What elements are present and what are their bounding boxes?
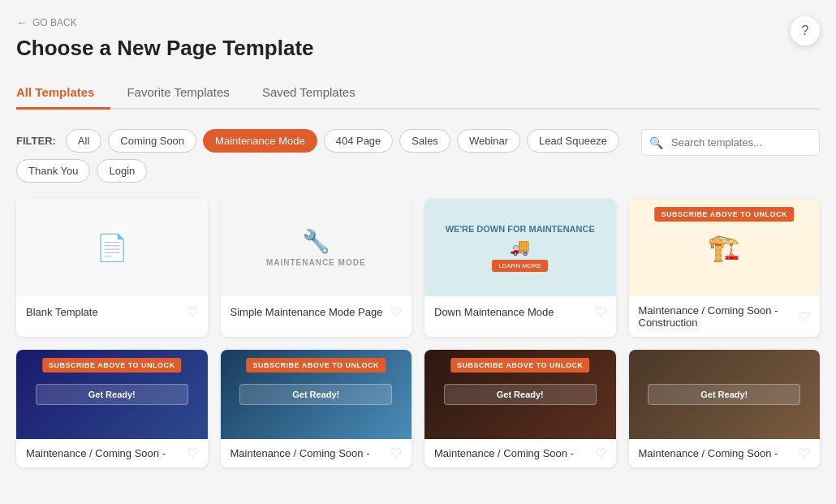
filter-sales[interactable]: Sales bbox=[399, 129, 450, 153]
maintenance-icon-area: 🔧 Maintenance Mode bbox=[266, 228, 366, 267]
heart-icon-blue[interactable]: ♡ bbox=[187, 446, 198, 461]
page-title: Choose a New Page Template bbox=[16, 36, 820, 61]
filter-label: FILTER: bbox=[16, 135, 56, 147]
filter-404-page[interactable]: 404 Page bbox=[324, 129, 394, 153]
search-input[interactable] bbox=[641, 129, 820, 156]
card-title-simple-maintenance: Simple Maintenance Mode Page bbox=[231, 306, 383, 318]
help-button[interactable]: ? bbox=[791, 16, 820, 45]
template-thumb-blue: SUBSCRIBE ABOVE TO UNLOCK Get Ready! bbox=[16, 350, 208, 439]
template-thumb-blank: 📄 bbox=[16, 199, 208, 296]
tab-all-templates[interactable]: All Templates bbox=[16, 77, 110, 110]
search-box-wrapper: 🔍 bbox=[641, 129, 820, 156]
down-maintenance-text: WE'RE DOWN FOR MAINTENANCE bbox=[437, 224, 603, 234]
construction-crane-icon: 🏗️ bbox=[708, 232, 740, 263]
filter-all[interactable]: All bbox=[66, 129, 101, 153]
heart-icon-simple-maintenance[interactable]: ♡ bbox=[390, 304, 402, 320]
get-ready-box-dark: Get Ready! bbox=[444, 384, 597, 405]
get-ready-text-sky: Get Ready! bbox=[248, 390, 383, 399]
card-title-wood: Maintenance / Coming Soon - bbox=[639, 447, 778, 459]
truck-emoji: 🚚 bbox=[510, 237, 530, 256]
tab-favorite-templates[interactable]: Favorite Templates bbox=[127, 77, 245, 110]
subscribe-badge-sky: SUBSCRIBE ABOVE TO UNLOCK bbox=[246, 358, 386, 373]
card-bottom-blank: Blank Template ♡ bbox=[16, 296, 208, 328]
get-ready-box-blue: Get Ready! bbox=[36, 384, 188, 405]
template-card-down-maintenance[interactable]: WE'RE DOWN FOR MAINTENANCE 🚚 LEARN MORE … bbox=[424, 199, 616, 337]
template-grid-row1: 📄 Blank Template ♡ 🔧 Maintenance Mode Si… bbox=[16, 199, 820, 337]
get-ready-text-dark: Get Ready! bbox=[453, 390, 588, 399]
template-thumb-sky: SUBSCRIBE ABOVE TO UNLOCK Get Ready! bbox=[221, 350, 412, 439]
card-title-dark: Maintenance / Coming Soon - bbox=[434, 447, 574, 459]
heart-icon-sky[interactable]: ♡ bbox=[390, 446, 402, 461]
card-title-blank: Blank Template bbox=[26, 306, 98, 318]
template-card-sky[interactable]: SUBSCRIBE ABOVE TO UNLOCK Get Ready! Mai… bbox=[221, 350, 412, 467]
wrench-icon: 🔧 bbox=[302, 228, 330, 255]
tabs-bar: All Templates Favorite Templates Saved T… bbox=[16, 77, 820, 110]
subscribe-badge-blue: SUBSCRIBE ABOVE TO UNLOCK bbox=[42, 358, 182, 373]
get-ready-text-blue: Get Ready! bbox=[45, 390, 179, 399]
card-bottom-dark: Maintenance / Coming Soon - ♡ bbox=[424, 439, 616, 467]
filter-coming-soon[interactable]: Coming Soon bbox=[108, 129, 196, 153]
template-thumb-down-maintenance: WE'RE DOWN FOR MAINTENANCE 🚚 LEARN MORE bbox=[424, 199, 616, 296]
heart-icon-wood[interactable]: ♡ bbox=[799, 446, 810, 461]
card-title-sky: Maintenance / Coming Soon - bbox=[231, 447, 370, 459]
maintenance-text-sm: Maintenance Mode bbox=[266, 258, 366, 267]
search-icon: 🔍 bbox=[649, 136, 663, 149]
subscribe-badge-construction: SUBSCRIBE ABOVE TO UNLOCK bbox=[654, 207, 794, 222]
learn-more-btn-thumb: LEARN MORE bbox=[492, 260, 548, 272]
card-bottom-sky: Maintenance / Coming Soon - ♡ bbox=[221, 439, 412, 467]
arrow-left-icon: ← bbox=[16, 16, 28, 29]
template-card-blue[interactable]: SUBSCRIBE ABOVE TO UNLOCK Get Ready! Mai… bbox=[16, 350, 208, 467]
go-back-label: GO BACK bbox=[32, 17, 77, 28]
filter-lead-squeeze[interactable]: Lead Squeeze bbox=[527, 129, 619, 153]
get-ready-box-sky: Get Ready! bbox=[239, 384, 392, 405]
template-card-simple-maintenance[interactable]: 🔧 Maintenance Mode Simple Maintenance Mo… bbox=[221, 199, 412, 337]
filters-section: FILTER: All Coming Soon Maintenance Mode… bbox=[16, 129, 641, 183]
template-thumb-wood: Get Ready! bbox=[629, 350, 821, 439]
heart-icon-down-maintenance[interactable]: ♡ bbox=[595, 304, 606, 320]
filter-maintenance-mode[interactable]: Maintenance Mode bbox=[203, 129, 317, 153]
go-back-link[interactable]: ← GO BACK bbox=[16, 16, 820, 29]
card-bottom-wood: Maintenance / Coming Soon - ♡ bbox=[629, 439, 821, 467]
blank-doc-icon: 📄 bbox=[96, 232, 128, 263]
subscribe-badge-dark: SUBSCRIBE ABOVE TO UNLOCK bbox=[450, 358, 590, 373]
header-area: ← GO BACK Choose a New Page Template bbox=[16, 16, 820, 61]
filter-thank-you[interactable]: Thank You bbox=[16, 159, 90, 183]
heart-icon-blank[interactable]: ♡ bbox=[187, 304, 198, 320]
template-card-dark[interactable]: SUBSCRIBE ABOVE TO UNLOCK Get Ready! Mai… bbox=[424, 350, 616, 467]
filter-login[interactable]: Login bbox=[97, 159, 147, 183]
get-ready-text-wood: Get Ready! bbox=[657, 390, 791, 399]
card-title-down-maintenance: Down Maintenance Mode bbox=[434, 306, 554, 318]
heart-icon-construction[interactable]: ♡ bbox=[799, 309, 810, 325]
card-bottom-down-maintenance: Down Maintenance Mode ♡ bbox=[424, 296, 616, 328]
template-thumb-construction: SUBSCRIBE ABOVE TO UNLOCK 🏗️ bbox=[629, 199, 821, 296]
card-bottom-simple-maintenance: Simple Maintenance Mode Page ♡ bbox=[221, 296, 412, 328]
template-card-blank[interactable]: 📄 Blank Template ♡ bbox=[16, 199, 208, 337]
card-title-construction: Maintenance / Coming Soon - Construction bbox=[639, 304, 799, 329]
card-title-blue: Maintenance / Coming Soon - bbox=[26, 447, 166, 459]
template-card-wood[interactable]: Get Ready! Maintenance / Coming Soon - ♡ bbox=[629, 350, 821, 467]
template-card-construction[interactable]: SUBSCRIBE ABOVE TO UNLOCK 🏗️ Maintenance… bbox=[629, 199, 821, 337]
help-icon: ? bbox=[802, 24, 809, 38]
card-bottom-construction: Maintenance / Coming Soon - Construction… bbox=[629, 296, 821, 337]
template-grid-row2: SUBSCRIBE ABOVE TO UNLOCK Get Ready! Mai… bbox=[16, 350, 820, 467]
template-thumb-simple-maintenance: 🔧 Maintenance Mode bbox=[221, 199, 412, 296]
get-ready-box-wood: Get Ready! bbox=[648, 384, 800, 405]
card-bottom-blue: Maintenance / Coming Soon - ♡ bbox=[16, 439, 208, 467]
heart-icon-dark[interactable]: ♡ bbox=[595, 446, 606, 461]
filter-webinar[interactable]: Webinar bbox=[457, 129, 520, 153]
tab-saved-templates[interactable]: Saved Templates bbox=[262, 77, 372, 110]
top-controls: FILTER: All Coming Soon Maintenance Mode… bbox=[16, 129, 820, 183]
template-thumb-dark: SUBSCRIBE ABOVE TO UNLOCK Get Ready! bbox=[424, 350, 616, 439]
